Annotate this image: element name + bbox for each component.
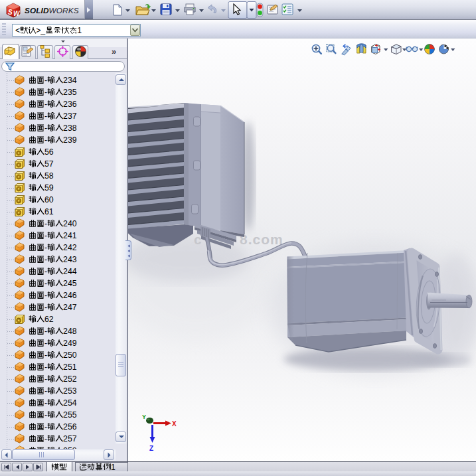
svg-text:8.com: 8.com — [240, 232, 283, 247]
svg-text:59: 59 — [44, 183, 54, 193]
svg-text:-: - — [44, 231, 47, 240]
svg-text:<: < — [15, 26, 20, 35]
svg-text:254: 254 — [63, 398, 77, 408]
svg-text:-: - — [44, 410, 47, 420]
svg-text:236: 236 — [63, 100, 77, 109]
svg-text:-: - — [44, 255, 47, 264]
svg-text:-: - — [44, 76, 47, 85]
svg-text:258: 258 — [63, 446, 77, 449]
svg-text:246: 246 — [63, 291, 77, 300]
svg-text:-: - — [44, 422, 47, 432]
svg-text:245: 245 — [63, 279, 77, 288]
svg-text:58: 58 — [44, 171, 54, 181]
svg-text:-: - — [44, 243, 47, 252]
svg-text:256: 256 — [63, 422, 77, 432]
svg-text:250: 250 — [63, 351, 77, 360]
svg-text:-: - — [44, 386, 47, 396]
svg-text:235: 235 — [63, 88, 77, 97]
svg-text:S: S — [8, 9, 13, 16]
svg-text:-: - — [44, 100, 47, 109]
svg-text:1: 1 — [77, 26, 82, 35]
svg-text:W: W — [13, 10, 21, 17]
svg-text:-: - — [44, 374, 47, 384]
svg-text:238: 238 — [63, 123, 77, 133]
svg-text:239: 239 — [63, 135, 77, 145]
svg-text:-: - — [44, 135, 47, 145]
svg-text:-: - — [44, 327, 47, 336]
svg-text:-: - — [44, 434, 47, 443]
svg-text:244: 244 — [63, 267, 77, 276]
svg-text:61: 61 — [44, 207, 54, 216]
svg-text:56: 56 — [44, 147, 54, 157]
svg-text:Z: Z — [149, 445, 153, 452]
svg-text:242: 242 — [63, 243, 77, 252]
svg-text:241: 241 — [63, 231, 77, 240]
svg-text:248: 248 — [63, 327, 77, 336]
svg-text:240: 240 — [63, 219, 77, 228]
svg-text:249: 249 — [63, 339, 77, 348]
svg-text:-: - — [44, 112, 47, 121]
svg-text:-: - — [44, 88, 47, 97]
svg-text:-: - — [44, 303, 47, 312]
svg-text:237: 237 — [63, 112, 77, 121]
svg-text:Y: Y — [142, 414, 146, 420]
svg-text:-: - — [44, 267, 47, 276]
svg-text:-: - — [44, 219, 47, 228]
svg-text:X: X — [172, 420, 177, 428]
svg-text:-: - — [44, 446, 47, 449]
svg-text:>_: >_ — [36, 26, 45, 35]
svg-text:1: 1 — [111, 463, 116, 471]
svg-text:257: 257 — [63, 434, 77, 443]
svg-text:-: - — [44, 351, 47, 360]
svg-text:251: 251 — [63, 362, 77, 372]
svg-text:-: - — [44, 123, 47, 133]
svg-text:57: 57 — [44, 159, 54, 169]
svg-text:62: 62 — [44, 315, 54, 324]
svg-text:234: 234 — [63, 76, 77, 85]
svg-text:-: - — [44, 279, 47, 288]
svg-text:-: - — [44, 398, 47, 408]
svg-text:253: 253 — [63, 386, 77, 396]
svg-text:243: 243 — [63, 255, 77, 264]
svg-text:-: - — [44, 339, 47, 348]
svg-text:-: - — [44, 291, 47, 300]
svg-text:60: 60 — [44, 195, 54, 204]
svg-text:255: 255 — [63, 410, 77, 420]
svg-text:-: - — [44, 362, 47, 372]
svg-text:252: 252 — [63, 374, 77, 384]
svg-text:247: 247 — [63, 303, 77, 312]
